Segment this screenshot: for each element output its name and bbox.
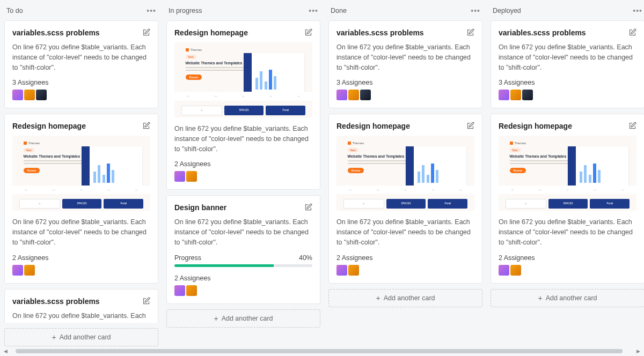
card-thumbnail: ThemesNewWebsite Themes and TemplatesBro… [499, 136, 636, 211]
assignee-avatars [336, 90, 474, 100]
card-thumbnail: ThemesNewWebsite Themes and TemplatesBro… [174, 42, 312, 117]
card-title: variables.scss problems [499, 28, 586, 37]
card-list: variables.scss problemsOn line 672 you d… [4, 20, 158, 323]
avatar[interactable] [36, 90, 47, 100]
kanban-board: To do•••variables.scss problemsOn line 6… [0, 0, 644, 346]
card-list: variables.scss problemsOn line 672 you d… [491, 20, 644, 284]
more-icon[interactable]: ••• [633, 6, 642, 15]
avatar[interactable] [348, 265, 359, 276]
plus-icon: + [52, 333, 56, 341]
more-icon[interactable]: ••• [471, 6, 480, 15]
assignees-label: 2 Assignees [336, 254, 474, 262]
assignee-avatars [499, 90, 636, 100]
card-title: Redesign homepage [174, 28, 248, 37]
edit-icon[interactable] [142, 28, 150, 36]
plus-icon: + [214, 315, 218, 322]
assignee-avatars [174, 285, 312, 296]
kanban-card[interactable]: variables.scss problemsOn line 672 you d… [4, 289, 158, 323]
edit-icon[interactable] [466, 122, 474, 130]
assignees-label: 2 Assignees [174, 160, 312, 168]
add-card-button[interactable]: +Add another card [4, 328, 158, 346]
card-description: On line 672 you define $table_variants. … [499, 42, 636, 72]
card-title: Redesign homepage [499, 122, 572, 130]
more-icon[interactable]: ••• [147, 6, 156, 15]
kanban-card[interactable]: Redesign homepageThemesNewWebsite Themes… [328, 114, 482, 283]
add-card-button[interactable]: +Add another card [166, 309, 320, 328]
column-done: Done•••variables.scss problemsOn line 67… [328, 4, 482, 346]
progress-percent: 40% [299, 254, 312, 262]
assignees-label: 3 Assignees [499, 79, 636, 86]
column-title: Deployed [493, 7, 521, 14]
plus-icon: + [376, 294, 380, 302]
assignee-avatars [336, 265, 474, 276]
avatar[interactable] [174, 171, 185, 182]
add-card-label: Add another card [222, 315, 273, 322]
card-list: Redesign homepageThemesNewWebsite Themes… [166, 20, 320, 304]
avatar[interactable] [12, 265, 23, 276]
card-description: On line 672 you define $table_variants. … [336, 217, 474, 247]
avatar[interactable] [360, 90, 371, 100]
card-title: variables.scss problems [12, 28, 100, 37]
kanban-card[interactable]: variables.scss problemsOn line 672 you d… [328, 20, 482, 108]
avatar[interactable] [24, 90, 35, 100]
column-title: Done [331, 7, 347, 14]
column-header: In progress••• [166, 4, 320, 20]
kanban-card[interactable]: Design bannerOn line 672 you define $tab… [166, 195, 320, 303]
column-deployed: Deployed•••variables.scss problemsOn lin… [491, 4, 644, 346]
edit-icon[interactable] [466, 28, 474, 36]
avatar[interactable] [348, 90, 359, 100]
column-inprogress: In progress•••Redesign homepageThemesNew… [166, 4, 320, 346]
add-card-button[interactable]: +Add another card [491, 289, 644, 307]
avatar[interactable] [499, 265, 509, 276]
avatar[interactable] [499, 90, 509, 100]
kanban-card[interactable]: variables.scss problemsOn line 672 you d… [4, 20, 158, 108]
progress-label: Progress [174, 254, 201, 262]
card-description: On line 672 you define $table_variants. … [174, 124, 312, 154]
avatar[interactable] [336, 90, 347, 100]
add-card-label: Add another card [546, 294, 597, 302]
card-title: variables.scss problems [12, 297, 100, 306]
edit-icon[interactable] [304, 203, 312, 211]
avatar[interactable] [522, 90, 533, 100]
assignee-avatars [499, 265, 636, 276]
edit-icon[interactable] [628, 122, 636, 130]
assignees-label: 3 Assignees [12, 79, 150, 86]
assignees-label: 2 Assignees [12, 254, 150, 262]
assignee-avatars [12, 265, 150, 276]
kanban-card[interactable]: Redesign homepageThemesNewWebsite Themes… [166, 20, 320, 190]
assignees-label: 3 Assignees [336, 79, 474, 86]
assignee-avatars [12, 90, 150, 100]
card-description: On line 672 you define $table_variants. … [336, 42, 474, 72]
edit-icon[interactable] [304, 28, 312, 36]
avatar[interactable] [12, 90, 23, 100]
card-description: On line 672 you define $table_variants. … [12, 42, 150, 72]
column-header: To do••• [4, 4, 158, 20]
edit-icon[interactable] [142, 122, 150, 130]
card-title: variables.scss problems [336, 28, 424, 37]
avatar[interactable] [186, 171, 197, 182]
kanban-card[interactable]: Redesign homepageThemesNewWebsite Themes… [4, 114, 158, 283]
column-todo: To do•••variables.scss problemsOn line 6… [4, 4, 158, 346]
edit-icon[interactable] [628, 28, 636, 36]
kanban-card[interactable]: Redesign homepageThemesNewWebsite Themes… [491, 114, 644, 283]
card-title: Redesign homepage [336, 122, 410, 130]
card-list: variables.scss problemsOn line 672 you d… [328, 20, 482, 284]
column-title: In progress [169, 7, 202, 14]
card-description: On line 672 you define $table_variants. … [499, 217, 636, 247]
card-thumbnail: ThemesNewWebsite Themes and TemplatesBro… [336, 136, 474, 211]
card-description: On line 672 you define $table_variants. … [174, 217, 312, 247]
more-icon[interactable]: ••• [309, 6, 318, 15]
card-title: Design banner [174, 203, 226, 212]
edit-icon[interactable] [142, 297, 150, 305]
add-card-label: Add another card [384, 294, 435, 302]
avatar[interactable] [174, 285, 185, 296]
avatar[interactable] [510, 90, 521, 100]
add-card-button[interactable]: +Add another card [328, 289, 482, 307]
card-description: On line 672 you define $table_variants. … [12, 311, 150, 323]
avatar[interactable] [186, 285, 197, 296]
avatar[interactable] [336, 265, 347, 276]
assignee-avatars [174, 171, 312, 182]
avatar[interactable] [510, 265, 521, 276]
kanban-card[interactable]: variables.scss problemsOn line 672 you d… [491, 20, 644, 108]
avatar[interactable] [24, 265, 35, 276]
